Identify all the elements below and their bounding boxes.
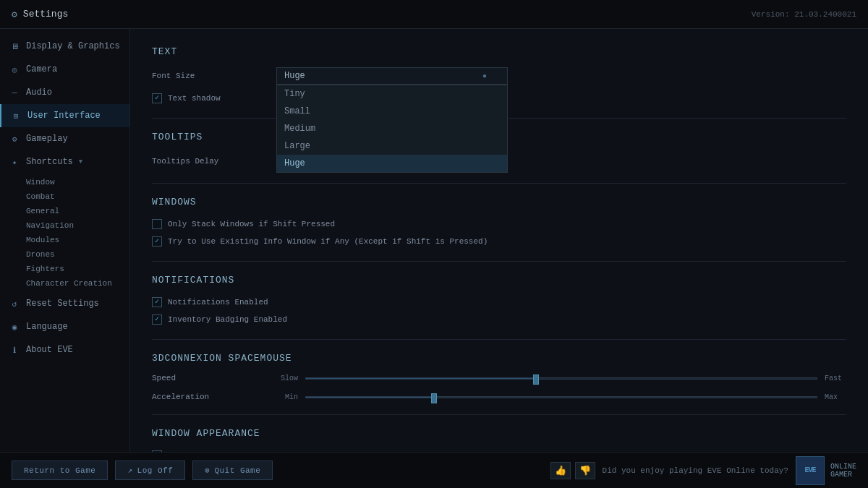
inventory-badging-label: Inventory Badging Enabled xyxy=(168,315,287,324)
thumbup-button[interactable]: 👍 xyxy=(550,462,571,479)
font-size-option-medium[interactable]: Medium xyxy=(277,120,507,137)
quit-game-button[interactable]: ⊗ Quit Game xyxy=(192,461,273,480)
font-size-row: Font Size Huge ● Tiny Small Medium Large… xyxy=(152,67,846,85)
thumbdown-icon: 👎 xyxy=(579,465,591,476)
accel-slider-thumb[interactable] xyxy=(431,393,437,403)
sidebar-item-shortcuts[interactable]: ✦ Shortcuts ▼ xyxy=(0,150,129,174)
sidebar-sub-general[interactable]: General xyxy=(26,204,129,218)
speed-slider-row: Speed Slow Fast xyxy=(152,374,846,382)
sidebar-sub-fighters[interactable]: Fighters xyxy=(26,262,129,276)
user-interface-icon: ⊞ xyxy=(10,110,22,121)
font-size-list: Tiny Small Medium Large Huge xyxy=(276,85,508,173)
only-stack-checkbox[interactable] xyxy=(152,219,162,229)
sidebar-item-about-eve[interactable]: ℹ About EVE xyxy=(0,338,129,361)
version-text: Version: 21.03.2400021 xyxy=(752,10,856,19)
main-layout: 🖥 Display & Graphics ◎ Camera — Audio ⊞ … xyxy=(0,29,868,452)
font-size-option-tiny[interactable]: Tiny xyxy=(277,85,507,103)
eve-logo: EVE xyxy=(796,456,825,485)
app-title: ⚙ Settings xyxy=(12,9,68,20)
accel-min-label: Min xyxy=(276,393,298,401)
text-section-title: Text xyxy=(152,46,846,57)
window-appearance-section-title: Window Appearance xyxy=(152,428,846,439)
shortcuts-collapse-icon: ▼ xyxy=(79,158,82,166)
gameplay-icon: ⚙ xyxy=(9,133,20,145)
notifications-enabled-row: Notifications Enabled xyxy=(152,296,846,309)
font-size-selected[interactable]: Huge ● xyxy=(276,67,508,85)
notifications-section-title: Notifications xyxy=(152,275,846,286)
logoff-icon: ↗ xyxy=(127,466,132,475)
sidebar-sub-window[interactable]: Window xyxy=(26,175,129,189)
only-stack-label: Only Stack Windows if Shift Pressed xyxy=(168,220,335,228)
bottom-right-feedback: 👍 👎 Did you enjoy playing EVE Online tod… xyxy=(550,456,856,485)
speed-slider-fill xyxy=(306,378,536,379)
tooltips-delay-label: Tooltips Delay xyxy=(152,157,268,166)
sidebar-item-display-graphics[interactable]: 🖥 Display & Graphics xyxy=(0,35,129,58)
sidebar-sub-modules[interactable]: Modules xyxy=(26,233,129,247)
try-existing-checkbox[interactable] xyxy=(152,236,162,247)
font-size-dropdown[interactable]: Huge ● Tiny Small Medium Large Huge xyxy=(276,67,508,85)
text-shadow-label: Text shadow xyxy=(168,94,221,103)
font-size-option-small[interactable]: Small xyxy=(277,103,507,120)
thumbup-icon: 👍 xyxy=(555,465,566,476)
display-graphics-icon: 🖥 xyxy=(9,40,20,52)
speed-slider-track[interactable] xyxy=(305,377,817,380)
sidebar: 🖥 Display & Graphics ◎ Camera — Audio ⊞ … xyxy=(0,29,130,452)
log-off-button[interactable]: ↗ Log Off xyxy=(115,461,185,480)
enable-blur-row: Enable window blur xyxy=(152,449,846,452)
sidebar-label-language: Language xyxy=(26,322,68,332)
sidebar-label-reset: Reset Settings xyxy=(26,299,99,309)
shortcuts-icon: ✦ xyxy=(9,156,20,168)
sidebar-item-reset-settings[interactable]: ↺ Reset Settings xyxy=(0,292,129,315)
sidebar-item-gameplay[interactable]: ⚙ Gameplay xyxy=(0,127,129,150)
logoff-label: Log Off xyxy=(137,466,174,475)
font-size-option-large[interactable]: Large xyxy=(277,137,507,155)
inventory-badging-checkbox[interactable] xyxy=(152,314,162,325)
sidebar-label-user-interface: User Interface xyxy=(27,111,101,121)
speed-label: Speed xyxy=(152,374,268,382)
top-bar: ⚙ Settings Version: 21.03.2400021 xyxy=(0,0,868,29)
language-icon: ◉ xyxy=(9,321,20,333)
sidebar-label-gameplay: Gameplay xyxy=(26,134,68,144)
sidebar-item-camera[interactable]: ◎ Camera xyxy=(0,58,129,81)
content-area: Text Font Size Huge ● Tiny Small Medium … xyxy=(130,29,868,452)
thumbdown-button[interactable]: 👎 xyxy=(575,462,595,479)
accel-slider-track[interactable] xyxy=(305,396,817,398)
sidebar-label-display-graphics: Display & Graphics xyxy=(26,41,120,51)
speed-row: Speed Slow Fast xyxy=(152,374,846,382)
speed-slider-thumb[interactable] xyxy=(533,374,539,385)
accel-max-label: Max xyxy=(825,393,846,401)
notifications-enabled-checkbox[interactable] xyxy=(152,297,162,307)
shortcuts-submenu: Window Combat General Navigation Modules… xyxy=(0,174,129,292)
return-to-game-button[interactable]: Return to Game xyxy=(12,461,108,480)
font-size-value: Huge xyxy=(284,71,305,81)
reset-icon: ↺ xyxy=(9,298,20,309)
quit-icon: ⊗ xyxy=(205,466,210,475)
sidebar-sub-drones[interactable]: Drones xyxy=(26,247,129,262)
inventory-badging-row: Inventory Badging Enabled xyxy=(152,313,846,326)
camera-icon: ◎ xyxy=(9,64,20,75)
quit-label: Quit Game xyxy=(214,466,260,475)
notifications-enabled-label: Notifications Enabled xyxy=(168,298,268,307)
sidebar-sub-navigation[interactable]: Navigation xyxy=(26,218,129,233)
logo-icon: EVE xyxy=(804,466,815,474)
accel-slider-fill xyxy=(306,397,434,398)
enable-blur-checkbox[interactable] xyxy=(152,450,162,452)
speed-min-label: Slow xyxy=(276,374,298,382)
return-label: Return to Game xyxy=(24,466,95,475)
feedback-text: Did you enjoy playing EVE Online today? xyxy=(603,466,788,475)
logo-area: EVE ONLINEGAMER xyxy=(796,456,856,485)
try-existing-row: Try to Use Existing Info Window if Any (… xyxy=(152,235,846,248)
sidebar-item-user-interface[interactable]: ⊞ User Interface xyxy=(0,104,129,127)
sidebar-label-shortcuts: Shortcuts xyxy=(26,157,73,167)
windows-section-title: Windows xyxy=(152,197,846,207)
sidebar-item-language[interactable]: ◉ Language xyxy=(0,315,129,338)
bottom-bar: Return to Game ↗ Log Off ⊗ Quit Game 👍 👎… xyxy=(0,452,868,488)
text-shadow-checkbox[interactable] xyxy=(152,93,162,103)
feedback-buttons: 👍 👎 xyxy=(550,462,595,479)
sidebar-sub-character-creation[interactable]: Character Creation xyxy=(26,276,129,291)
sidebar-sub-combat[interactable]: Combat xyxy=(26,189,129,204)
sidebar-item-audio[interactable]: — Audio xyxy=(0,81,129,104)
font-size-option-huge[interactable]: Huge xyxy=(277,155,507,172)
speed-max-label: Fast xyxy=(825,374,846,382)
sidebar-label-about: About EVE xyxy=(26,345,73,355)
